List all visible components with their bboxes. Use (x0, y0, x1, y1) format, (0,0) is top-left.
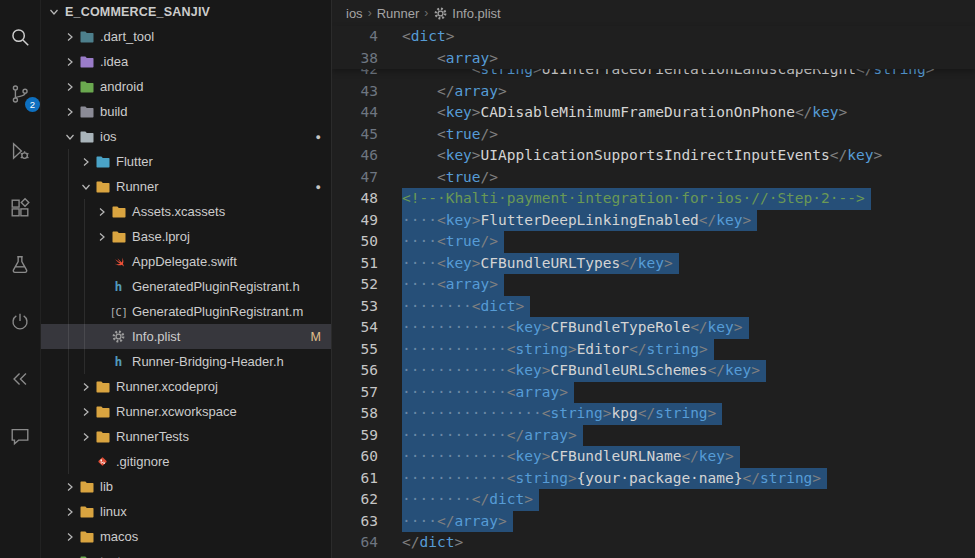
tree-item-flutter[interactable]: Flutter (41, 149, 331, 174)
line-content: <array> (402, 48, 498, 70)
chevron-right-icon[interactable] (61, 29, 78, 45)
code-line-47[interactable]: 47 <true/> (332, 167, 975, 189)
line-number: 51 (332, 253, 378, 275)
chevron-right-icon[interactable] (61, 104, 78, 120)
chevron-down-icon[interactable] (61, 129, 78, 145)
run-debug-icon[interactable] (7, 138, 33, 164)
tree-item-label: build (100, 104, 127, 119)
testing-icon[interactable] (7, 252, 33, 278)
tree-item-runnertests[interactable]: RunnerTests (41, 424, 331, 449)
code-line-60[interactable]: 60············<key>CFBundleURLName</key> (332, 446, 975, 468)
tree-item--gitignore[interactable]: .gitignore (41, 449, 331, 474)
code-line-58[interactable]: 58················<string>kpg</string> (332, 403, 975, 425)
tree-item--idea[interactable]: .idea (41, 49, 331, 74)
code-line-45[interactable]: 45 <true/> (332, 124, 975, 146)
tree-item-runner[interactable]: Runner● (41, 174, 331, 199)
code-line-43[interactable]: 43 </array> (332, 81, 975, 103)
double-chevron-left-icon[interactable] (7, 366, 33, 392)
chevron-right-icon[interactable] (93, 204, 110, 220)
code-line-48[interactable]: 48<!--·Khalti·payment·integration·for·io… (332, 188, 975, 210)
tree-item-label: GeneratedPluginRegistrant.m (132, 304, 303, 319)
code-line-49[interactable]: 49····<key>FlutterDeepLinkingEnabled</ke… (332, 210, 975, 232)
line-number: 38 (332, 48, 378, 70)
extensions-icon[interactable] (7, 195, 33, 221)
tree-item-info-plist[interactable]: Info.plistM (41, 324, 331, 349)
indent-guide (45, 99, 61, 124)
tree-item-runner-xcodeproj[interactable]: Runner.xcodeproj (41, 374, 331, 399)
line-content: ············<string>Editor</string> (402, 339, 714, 361)
chevron-down-icon[interactable] (77, 179, 94, 195)
breadcrumb-segment[interactable]: Runner (377, 6, 420, 21)
activity-bar: 2 (0, 0, 41, 558)
chevron-right-icon[interactable] (61, 529, 78, 545)
indent-guide (45, 174, 61, 199)
line-number: 63 (332, 511, 378, 533)
line-content: ············<array> (402, 382, 574, 404)
code-line-52[interactable]: 52····<array> (332, 274, 975, 296)
tree-item--dart-tool[interactable]: .dart_tool (41, 24, 331, 49)
chevron-right-icon[interactable] (77, 404, 94, 420)
code-line-54[interactable]: 54············<key>CFBundleTypeRole</key… (332, 317, 975, 339)
tree-item-label: Runner (116, 179, 159, 194)
power-icon[interactable] (7, 309, 33, 335)
tree-item-lib[interactable]: lib (41, 474, 331, 499)
tree-item-runner-bridging-header-h[interactable]: hRunner-Bridging-Header.h (41, 349, 331, 374)
line-number: 55 (332, 339, 378, 361)
code-line-55[interactable]: 55············<string>Editor</string> (332, 339, 975, 361)
indent-guide (45, 249, 61, 274)
code-line-59[interactable]: 59············</array> (332, 425, 975, 447)
search-icon[interactable] (7, 24, 33, 50)
code-line-4[interactable]: 4<dict> (332, 26, 975, 48)
chevron-right-icon[interactable] (61, 54, 78, 70)
tree-item-build[interactable]: build (41, 99, 331, 124)
tree-item-generatedpluginregistrant-h[interactable]: hGeneratedPluginRegistrant.h (41, 274, 331, 299)
comment-icon[interactable] (7, 423, 33, 449)
code-line-38[interactable]: 38 <array> (332, 48, 975, 70)
code-line-61[interactable]: 61············<string>{your·package·name… (332, 468, 975, 490)
tree-item-android[interactable]: android (41, 74, 331, 99)
code-line-62[interactable]: 62········</dict> (332, 489, 975, 511)
chevron-right-icon[interactable] (61, 479, 78, 495)
indent-guide (45, 524, 61, 549)
code-line-50[interactable]: 50····<true/> (332, 231, 975, 253)
chevron-right-icon[interactable] (61, 554, 78, 558)
chevron-right-icon[interactable] (77, 379, 94, 395)
code-area[interactable]: 42 <string>UIInterfaceOrientationLandsca… (332, 69, 975, 558)
code-line-51[interactable]: 51····<key>CFBundleURLTypes</key> (332, 253, 975, 275)
indent-guide (77, 349, 93, 374)
line-content: ················<string>kpg</string> (402, 403, 722, 425)
tree-item-generatedpluginregistrant-m[interactable]: [C]GeneratedPluginRegistrant.m (41, 299, 331, 324)
source-control-icon[interactable]: 2 (7, 81, 33, 107)
tree-item-macos[interactable]: macos (41, 524, 331, 549)
breadcrumb-segment[interactable]: ios (346, 6, 363, 21)
code-line-46[interactable]: 46 <key>UIApplicationSupportsIndirectInp… (332, 145, 975, 167)
chevron-right-icon[interactable] (77, 429, 94, 445)
tree-item-runner-xcworkspace[interactable]: Runner.xcworkspace (41, 399, 331, 424)
indent-guide (45, 274, 61, 299)
tree-item-ios[interactable]: ios● (41, 124, 331, 149)
chevron-right-icon[interactable] (61, 504, 78, 520)
tree-item-test[interactable]: test (41, 549, 331, 558)
code-line-57[interactable]: 57············<array> (332, 382, 975, 404)
breadcrumb-separator: › (368, 6, 372, 20)
code-line-64[interactable]: 64</dict> (332, 532, 975, 554)
tree-item-label: .gitignore (116, 454, 169, 469)
tree-item-label: android (100, 79, 143, 94)
line-content: <!--·Khalti·payment·integration·for·ios·… (402, 188, 871, 210)
folder-icon (78, 104, 95, 120)
explorer-root-folder[interactable]: E_COMMERCE_SANJIV (41, 0, 331, 24)
code-line-63[interactable]: 63····</array> (332, 511, 975, 533)
tree-item-linux[interactable]: linux (41, 499, 331, 524)
code-line-53[interactable]: 53········<dict> (332, 296, 975, 318)
indent-guide (45, 24, 61, 49)
breadcrumb-segment[interactable]: Info.plist (452, 6, 500, 21)
chevron-right-icon[interactable] (93, 229, 110, 245)
code-line-42[interactable]: 42 <string>UIInterfaceOrientationLandsca… (332, 69, 975, 81)
chevron-right-icon[interactable] (61, 79, 78, 95)
code-line-56[interactable]: 56············<key>CFBundleURLSchemes</k… (332, 360, 975, 382)
code-line-44[interactable]: 44 <key>CADisableMinimumFrameDurationOnP… (332, 102, 975, 124)
tree-item-assets-xcassets[interactable]: Assets.xcassets (41, 199, 331, 224)
chevron-right-icon[interactable] (77, 154, 94, 170)
tree-item-appdelegate-swift[interactable]: AppDelegate.swift (41, 249, 331, 274)
tree-item-base-lproj[interactable]: Base.lproj (41, 224, 331, 249)
